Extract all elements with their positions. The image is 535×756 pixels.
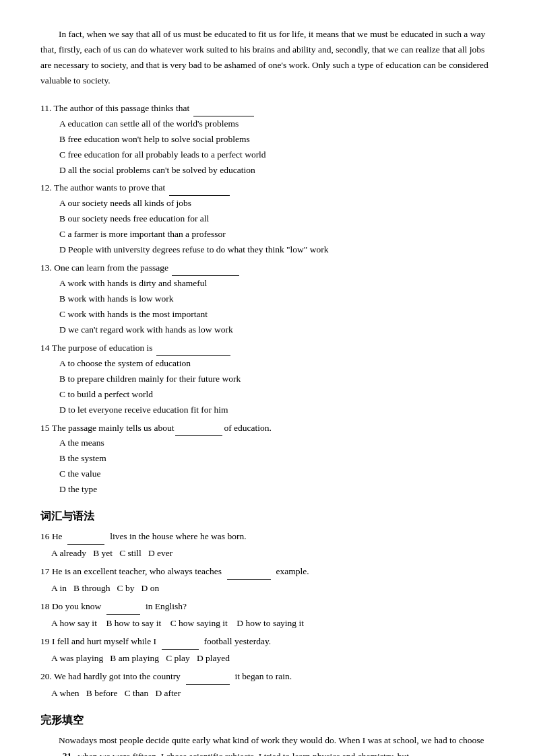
cloze-text-after: when we were fifteen. I chose scientific… <box>75 751 409 757</box>
q11-option-c: C free education for all probably leads … <box>59 147 495 163</box>
question-14: 14 The purpose of education is A to choo… <box>40 341 495 418</box>
q19-number: 19 I fell and hurt myself while I <box>40 636 158 646</box>
question-20: 20. We had hardly got into the country i… <box>40 669 495 685</box>
question-12-blank <box>169 180 230 196</box>
q13-option-d: D we can't regard work with hands as low… <box>59 322 495 338</box>
question-13-options: A work with hands is dirty and shameful … <box>59 276 495 338</box>
q20-opt: A when B before C than D after <box>51 688 181 698</box>
q17-options: A in B through C by D on <box>51 581 495 596</box>
q18-after: in English? <box>144 601 187 611</box>
cloze-section: 完形填空 Nowadays most people decide quite e… <box>40 714 495 756</box>
q16-after: lives in the house where he was born. <box>108 531 247 541</box>
intro-paragraph: In fact, when we say that all of us must… <box>40 27 495 89</box>
cloze-blank-21: 21 <box>41 749 75 757</box>
question-12-options: A our society needs all kinds of jobs B … <box>59 196 495 258</box>
question-16: 16 He lives in the house where he was bo… <box>40 529 495 545</box>
q17-number: 17 He is an excellent teacher, who alway… <box>40 566 224 576</box>
q14-option-c: C to build a perfect world <box>59 387 495 403</box>
question-18: 18 Do you know in English? <box>40 599 495 615</box>
q20-options: A when B before C than D after <box>51 686 495 701</box>
q19-blank <box>162 649 199 650</box>
question-11-blank <box>193 101 254 116</box>
q13-option-c: C work with hands is the most important <box>59 307 495 322</box>
question-15-stem-after: of education. <box>224 421 271 436</box>
cloze-section-title: 完形填空 <box>40 714 495 728</box>
question-13-blank <box>172 261 239 276</box>
q17-opt: A in B through C by D on <box>51 583 159 593</box>
q16-opt-a: A already B yet C still D ever <box>51 548 172 558</box>
question-11: 11. The author of this passage thinks th… <box>40 101 495 178</box>
question-11-options: A education can settle all of the world'… <box>59 116 495 178</box>
q18-number: 18 Do you know <box>40 601 104 611</box>
q12-option-a: A our society needs all kinds of jobs <box>59 196 495 211</box>
question-13-number: 13. One can learn from the passage <box>40 261 170 276</box>
question-12-number: 12. The author wants to prove that <box>40 180 168 196</box>
q15-option-b: B the system <box>59 451 495 467</box>
reading-questions-section: 11. The author of this passage thinks th… <box>40 101 495 497</box>
q15-option-c: C the value <box>59 467 495 482</box>
q19-options: A was playing B am playing C play D play… <box>51 651 495 666</box>
q20-after: it began to rain. <box>232 671 292 681</box>
q15-option-a: A the means <box>59 436 495 451</box>
cloze-paragraph: Nowadays most people decide quite early … <box>40 733 495 756</box>
q20-blank <box>186 684 230 685</box>
q19-opt: A was playing B am playing C play D play… <box>51 653 230 663</box>
q13-option-b: B work with hands is low work <box>59 291 495 307</box>
q20-number: 20. We had hardly got into the country <box>40 671 183 681</box>
question-15: 15 The passage mainly tells us about of … <box>40 421 495 498</box>
question-12: 12. The author wants to prove that A our… <box>40 180 495 258</box>
question-15-number: 15 The passage mainly tells us about <box>40 421 174 436</box>
question-14-blank <box>156 341 230 356</box>
question-14-number: 14 The purpose of education is <box>40 341 155 356</box>
q11-option-a: A education can settle all of the world'… <box>59 116 495 132</box>
q11-option-d: D all the social problems can't be solve… <box>59 163 495 178</box>
q18-blank <box>106 614 140 615</box>
question-14-options: A to choose the system of education B to… <box>59 356 495 418</box>
q14-option-a: A to choose the system of education <box>59 356 495 372</box>
q15-option-d: D the type <box>59 482 495 497</box>
q18-options: A how say it B how to say it C how sayin… <box>51 616 495 631</box>
q16-options: A already B yet C still D ever <box>51 546 495 561</box>
q12-option-c: C a farmer is more important than a prof… <box>59 227 495 242</box>
question-13: 13. One can learn from the passage A wor… <box>40 261 495 338</box>
q17-after: example. <box>274 566 309 576</box>
q16-blank <box>67 544 104 545</box>
q19-after: football yesterday. <box>201 636 271 646</box>
question-19: 19 I fell and hurt myself while I footba… <box>40 634 495 650</box>
q12-option-d: D People with university degrees refuse … <box>59 242 495 258</box>
q18-opt: A how say it B how to say it C how sayin… <box>51 618 304 628</box>
question-11-number: 11. The author of this passage thinks th… <box>40 101 192 116</box>
question-15-blank <box>175 421 222 436</box>
q14-option-d: D to let everyone receive education fit … <box>59 403 495 418</box>
q11-option-b: B free education won't help to solve soc… <box>59 132 495 147</box>
q13-option-a: A work with hands is dirty and shameful <box>59 276 495 291</box>
q14-option-b: B to prepare children mainly for their f… <box>59 372 495 387</box>
q17-blank <box>227 579 271 580</box>
vocab-section: 词汇与语法 16 He lives in the house where he … <box>40 510 495 701</box>
vocab-section-title: 词汇与语法 <box>40 510 495 524</box>
q16-number: 16 He <box>40 531 65 541</box>
question-15-options: A the means B the system C the value D t… <box>59 436 495 497</box>
cloze-text-before: Nowadays most people decide quite early … <box>59 735 486 745</box>
question-17: 17 He is an excellent teacher, who alway… <box>40 564 495 580</box>
q12-option-b: B our society needs free education for a… <box>59 211 495 227</box>
